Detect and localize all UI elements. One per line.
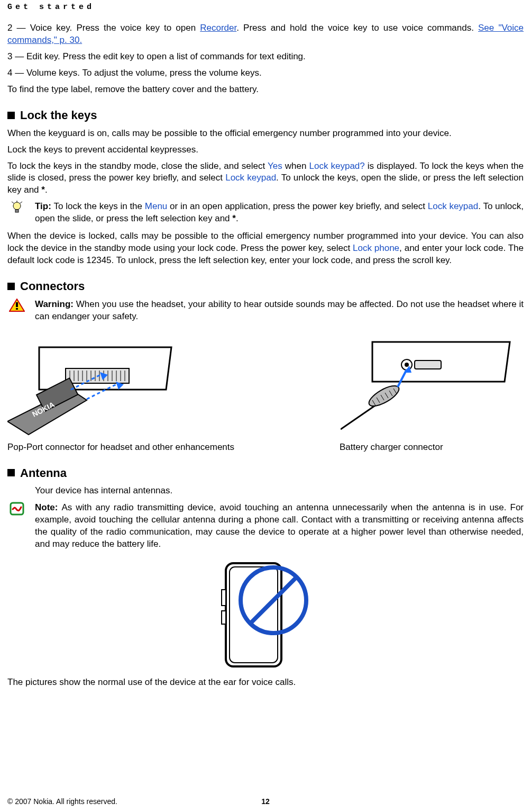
lock-p2: Lock the keys to prevent accidental keyp… [7, 144, 524, 156]
text: . Press and hold the voice key to use vo… [236, 23, 478, 33]
heading-connectors: Connectors [7, 278, 524, 294]
connector-captions: Pop-Port connector for headset and other… [7, 441, 524, 454]
note-body: Note: As with any radio transmitting dev… [35, 502, 524, 551]
heading-text: Connectors [20, 278, 85, 294]
section-header: Get started [7, 0, 524, 22]
svg-line-3 [20, 202, 22, 203]
pop-port-connector-illustration: NOKIA [7, 331, 182, 437]
note-icon [7, 502, 26, 517]
svg-point-33 [405, 363, 409, 367]
svg-rect-34 [415, 360, 441, 369]
antenna-p1: Your device has internal antennas. [35, 485, 524, 500]
ui-yes: Yes [268, 161, 282, 171]
text: . [236, 213, 239, 223]
caption-charger: Battery charger connector [272, 441, 443, 454]
svg-rect-1 [15, 210, 19, 212]
ui-menu: Menu [145, 201, 168, 211]
ui-lock-phone: Lock phone [353, 243, 399, 253]
warning-icon [7, 299, 26, 313]
manual-page: Get started 2 — Voice key. Press the voi… [0, 0, 531, 812]
lock-p4: When the device is locked, calls may be … [7, 230, 524, 267]
warning-body: Warning: When you use the headset, your … [35, 299, 524, 323]
copyright-text: © 2007 Nokia. All rights reserved. [7, 797, 117, 807]
caption-pop-port: Pop-Port connector for headset and other… [7, 441, 272, 454]
note-label: Note: [35, 502, 61, 512]
heading-text: Lock the keys [20, 107, 97, 123]
page-footer: © 2007 Nokia. All rights reserved. 12 [7, 797, 524, 807]
note-text: As with any radio transmitting device, a… [35, 502, 524, 549]
svg-point-36 [366, 382, 401, 410]
lock-p1: When the keyguard is on, calls may be po… [7, 128, 524, 140]
figure-pop-port: NOKIA [7, 331, 182, 437]
antenna-figure [7, 558, 524, 669]
intro-p1: 2 — Voice key. Press the voice key to op… [7, 22, 524, 47]
svg-rect-48 [222, 590, 226, 606]
connector-figures: NOKIA [7, 331, 524, 437]
text: . [45, 185, 48, 195]
antenna-p2: The pictures show the normal use of the … [7, 676, 524, 689]
link-recorder[interactable]: Recorder [200, 23, 236, 33]
antenna-p1-row: Your device has internal antennas. [7, 485, 524, 500]
svg-line-2 [12, 202, 14, 203]
square-bullet-icon [7, 112, 15, 119]
note-block: Note: As with any radio transmitting dev… [7, 502, 524, 551]
svg-rect-47 [230, 567, 278, 663]
warning-text: When you use the headset, your ability t… [35, 299, 524, 321]
tip-block: Tip: To lock the keys in the Menu or in … [7, 201, 524, 225]
tip-icon [7, 201, 26, 215]
figure-charger [341, 331, 515, 437]
text: when [282, 161, 309, 171]
heading-antenna: Antenna [7, 465, 524, 481]
intro-p3: 4 — Volume keys. To adjust the volume, p… [7, 67, 524, 79]
intro-p2: 3 — Edit key. Press the edit key to open… [7, 51, 524, 63]
heading-text: Antenna [20, 465, 67, 481]
ui-lock-keypad: Lock keypad [428, 201, 478, 211]
svg-rect-49 [222, 611, 226, 624]
no-touch-antenna-illustration [210, 558, 321, 669]
svg-rect-7 [16, 308, 18, 310]
warning-label: Warning: [35, 299, 76, 309]
tip-body: Tip: To lock the keys in the Menu or in … [35, 201, 524, 225]
key-star: * [41, 185, 45, 195]
square-bullet-icon [7, 283, 15, 290]
text: To lock the keys in the [54, 201, 145, 211]
square-bullet-icon [7, 469, 15, 476]
svg-point-0 [13, 202, 21, 210]
page-number: 12 [261, 797, 270, 807]
svg-rect-6 [16, 302, 18, 307]
ui-lock-keypad: Lock keypad [225, 173, 276, 183]
warning-block: Warning: When you use the headset, your … [7, 299, 524, 323]
text: To lock the keys in the standby mode, cl… [7, 161, 268, 171]
spacer-icon [7, 485, 26, 500]
ui-lock-keypad-q: Lock keypad? [309, 161, 365, 171]
text: or in an open application, press the pow… [167, 201, 427, 211]
text: 2 — Voice key. Press the voice key to op… [7, 23, 200, 33]
tip-label: Tip: [35, 201, 54, 211]
charger-connector-illustration [341, 331, 515, 437]
heading-lock-the-keys: Lock the keys [7, 107, 524, 123]
key-star: * [232, 213, 236, 223]
lock-p3: To lock the keys in the standby mode, cl… [7, 160, 524, 197]
intro-p4: To find the type label, remove the batte… [7, 84, 524, 96]
